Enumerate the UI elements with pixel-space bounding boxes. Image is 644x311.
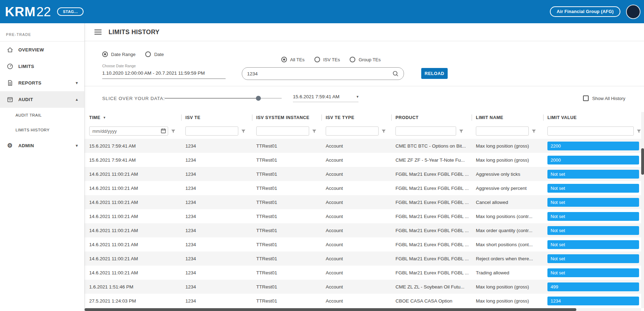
cell-isv_te_type: Account <box>321 186 391 191</box>
menu-hamburger-icon[interactable] <box>94 29 102 35</box>
table-row[interactable]: 1.6.2021 1:51:46 PM1234TTRest01AccountCM… <box>85 280 644 294</box>
horizontal-scrollbar-thumb[interactable] <box>85 308 576 311</box>
cell-limit_value: 1234 <box>543 297 644 305</box>
cell-limit_value: Not set <box>543 240 644 249</box>
isv-tes-radio[interactable]: ISV TEs <box>314 57 340 62</box>
sidebar-subitem-audit-trail[interactable]: AUDIT TRAIL <box>0 108 84 123</box>
isv-te-filter-input[interactable] <box>185 126 238 136</box>
sidebar-item-limits[interactable]: LIMITS <box>0 58 84 75</box>
cell-time: 15.6.2021 7:59:41 AM <box>85 143 181 149</box>
slice-time-select[interactable]: 15.6.2021 7:59:41 AM ▾ <box>293 94 358 102</box>
column-header-label: LIMIT NAME <box>476 115 503 120</box>
table-row[interactable]: 14.6.2021 11:00:21 AM1234TTRest01Account… <box>85 181 644 195</box>
cell-product: FGBL Mar21 Eurex FGBL FGBL ... <box>391 270 472 275</box>
filter-menu-icon[interactable] <box>459 129 464 133</box>
sidebar-item-audit[interactable]: AUDIT ▴ <box>0 91 84 108</box>
sidebar-subitem-limits-history[interactable]: LIMITS HISTORY <box>0 123 84 137</box>
cell-isv_te: 1234 <box>181 242 252 247</box>
column-header-isv-te-type[interactable]: ISV TE TYPE <box>321 112 391 123</box>
krm22-logo: KRM22 <box>5 5 51 18</box>
slider-fill <box>165 98 258 99</box>
sidebar-item-label: AUDIT <box>18 97 33 102</box>
limit-value-filter-input[interactable] <box>547 126 634 136</box>
limit-name-filter-input[interactable] <box>476 126 529 136</box>
time-filter-input[interactable] <box>89 126 168 136</box>
column-header-limit-value[interactable]: LIMIT VALUE <box>543 112 644 123</box>
cell-limit_value: Not set <box>543 184 644 193</box>
group-tes-radio[interactable]: Group TEs <box>350 57 381 62</box>
table-row[interactable]: 14.6.2021 11:00:21 AM1234TTRest01Account… <box>85 209 644 223</box>
filter-menu-icon[interactable] <box>241 129 246 133</box>
cell-isv_te: 1234 <box>181 228 252 233</box>
cell-limit_value: 2000 <box>543 156 644 164</box>
date-range-radio[interactable]: Date Range <box>102 51 135 57</box>
column-header-product[interactable]: PRODUCT <box>391 112 472 123</box>
organization-button[interactable]: Air Financial Group (AFG) <box>550 6 620 17</box>
filter-menu-icon[interactable] <box>532 129 536 133</box>
column-header-isv-system-instance[interactable]: ISV SYSTEM INSTANCE <box>252 112 321 123</box>
chevron-down-icon: ▾ <box>356 94 358 99</box>
table-row[interactable]: 14.6.2021 11:00:21 AM1234TTRest01Account… <box>85 167 644 181</box>
vertical-scrollbar[interactable] <box>641 112 644 308</box>
sidebar-item-reports[interactable]: REPORTS ▾ <box>0 75 84 91</box>
cell-product: FGBL Mar21 Eurex FGBL FGBL ... <box>391 228 472 233</box>
filter-menu-icon[interactable] <box>312 129 317 133</box>
product-filter-input[interactable] <box>395 126 456 136</box>
cell-product: FGBL Mar21 Eurex FGBL FGBL ... <box>391 214 472 219</box>
horizontal-scrollbar[interactable] <box>85 308 641 311</box>
cell-time: 14.6.2021 11:00:21 AM <box>85 214 181 219</box>
cell-product: FGBL Mar21 Eurex FGBL FGBL ... <box>391 256 472 261</box>
cell-isv_te: 1234 <box>181 284 252 290</box>
chevron-down-icon: ▾ <box>76 143 78 148</box>
audit-archive-icon <box>6 96 13 103</box>
filter-cell-time <box>85 123 181 139</box>
filter-menu-icon[interactable] <box>381 129 386 133</box>
column-header-time[interactable]: TIME ▼ <box>85 112 181 123</box>
topbar-right: Air Financial Group (AFG) <box>550 5 640 19</box>
cell-limit_name: Max long position (gross) <box>472 284 543 290</box>
table-row[interactable]: 14.6.2021 11:00:21 AM1234TTRest01Account… <box>85 223 644 237</box>
table-row[interactable]: 14.6.2021 11:00:21 AM1234TTRest01Account… <box>85 195 644 209</box>
column-header-label: ISV TE <box>185 115 201 120</box>
time-slider[interactable] <box>165 98 282 99</box>
search-input[interactable] <box>247 71 392 76</box>
te-filter-radios: All TEs ISV TEs Group TEs <box>281 57 381 62</box>
calendar-icon[interactable] <box>161 128 166 135</box>
cell-isv_system_instance: TTRest01 <box>252 242 321 247</box>
limit-value-chip: Not set <box>547 198 639 207</box>
all-tes-radio[interactable]: All TEs <box>281 57 305 62</box>
table-row[interactable]: 27.5.2021 1:24:03 PM1234TTRest01AccountC… <box>85 294 644 308</box>
table-row[interactable]: 14.6.2021 11:00:21 AM1234TTRest01Account… <box>85 266 644 280</box>
filter-menu-icon[interactable] <box>171 129 176 133</box>
cell-limit_value: Not set <box>543 254 644 263</box>
sidebar-item-overview[interactable]: OVERVIEW <box>0 42 84 58</box>
sidebar-item-admin[interactable]: ⚙ ADMIN ▾ <box>0 137 84 154</box>
isv-te-type-filter-input[interactable] <box>326 126 379 136</box>
column-header-isv-te[interactable]: ISV TE <box>181 112 252 123</box>
cell-isv_te: 1234 <box>181 298 252 304</box>
reload-button[interactable]: RELOAD <box>421 68 448 79</box>
isv-system-instance-filter-input[interactable] <box>256 126 309 136</box>
cell-isv_te: 1234 <box>181 256 252 261</box>
cell-isv_system_instance: TTRest01 <box>252 228 321 233</box>
column-header-label: PRODUCT <box>395 115 418 120</box>
table-row[interactable]: 15.6.2021 7:59:41 AM1234TTRest01AccountC… <box>85 139 644 153</box>
vertical-scrollbar-thumb[interactable] <box>641 148 644 175</box>
show-all-history-toggle[interactable]: Show All History <box>583 95 625 101</box>
radio-label: Group TEs <box>358 57 381 62</box>
filter-menu-icon[interactable] <box>637 129 641 133</box>
column-header-limit-name[interactable]: LIMIT NAME <box>472 112 543 123</box>
user-avatar[interactable] <box>626 5 640 19</box>
table-row[interactable]: 14.6.2021 11:00:21 AM1234TTRest01Account… <box>85 251 644 266</box>
table-row[interactable]: 15.6.2021 7:59:41 AM1234TTRest01AccountC… <box>85 153 644 167</box>
slider-handle[interactable] <box>256 96 261 101</box>
date-radio[interactable]: Date <box>145 51 164 57</box>
cell-limit_name: Cancel allowed <box>472 200 543 205</box>
date-range-input[interactable] <box>102 69 226 79</box>
table-row[interactable]: 14.6.2021 11:00:21 AM1234TTRest01Account… <box>85 237 644 251</box>
search-icon[interactable] <box>392 70 399 77</box>
limit-value-chip: Not set <box>547 212 639 221</box>
sidebar-item-label: ADMIN <box>18 143 34 148</box>
cell-product: FGBL Mar21 Eurex FGBL FGBL ... <box>391 242 472 247</box>
cell-isv_te: 1234 <box>181 172 252 177</box>
